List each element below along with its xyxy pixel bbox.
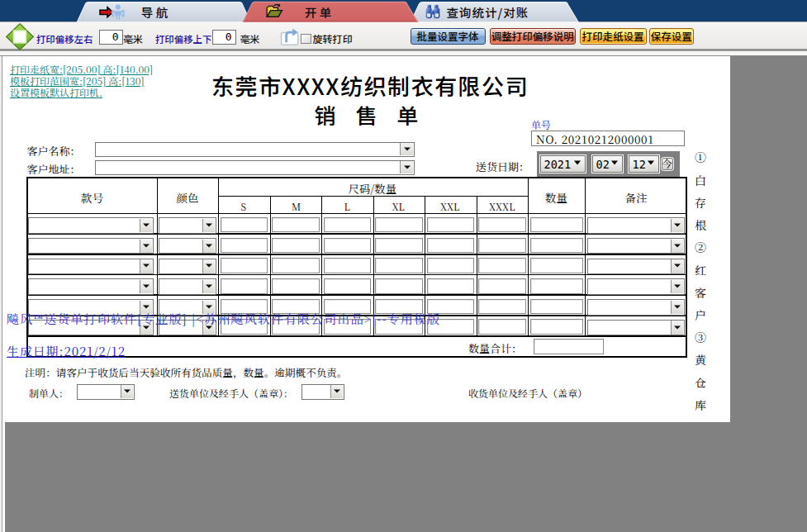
offset-ud-label: 打印偏移上下 [155,32,211,45]
row-size-s-input[interactable] [221,258,268,273]
row-size-xl-input[interactable] [375,258,423,273]
row-qty-input[interactable] [530,238,583,254]
maker-label: 制单人： [29,386,69,400]
row-size-l-input[interactable] [324,258,372,273]
dropdown-arrow-icon[interactable] [140,240,152,253]
dropdown-arrow-icon[interactable] [330,385,343,398]
sender-combo[interactable] [301,384,344,400]
dropdown-arrow-icon[interactable] [202,259,215,273]
dropdown-arrow-icon[interactable] [202,280,215,293]
row-size-l-input[interactable] [324,217,372,233]
row-qty-input[interactable] [530,217,583,233]
dropdown-arrow-icon[interactable] [671,240,683,253]
row-style-combo[interactable] [28,259,154,275]
customer-name-combo[interactable] [95,142,415,157]
row-size-xxl-input[interactable] [427,238,475,254]
save-settings-button[interactable]: 保存设置 [649,28,694,45]
row-size-m-input[interactable] [272,238,320,254]
dropdown-arrow-icon[interactable] [400,143,414,155]
customer-name-label: 客户名称： [27,143,81,159]
row-size-xl-input[interactable] [375,278,423,294]
offset-lr-input[interactable] [99,30,123,45]
paper-feed-button[interactable]: 打印走纸设置 [580,28,647,45]
row-color-combo[interactable] [159,259,216,275]
generated-date-link[interactable]: 生成日期:2021/2/12 [7,342,126,359]
dropdown-arrow-icon[interactable] [140,219,152,232]
row-color-combo[interactable] [159,238,216,254]
row-style-combo[interactable] [28,278,154,295]
dropdown-arrow-icon[interactable] [671,259,683,273]
row-size-m-input[interactable] [272,278,320,294]
row-qty-input[interactable] [530,258,583,273]
maker-combo[interactable] [77,384,135,400]
offset-lr-label: 打印偏移左右 [36,32,93,45]
batch-font-button[interactable]: 批量设置字体 [411,28,486,45]
row-color-combo[interactable] [159,217,216,234]
row-size-l-input[interactable] [324,278,372,294]
dropdown-arrow-icon[interactable] [671,219,683,232]
dropdown-arrow-icon[interactable] [202,240,215,253]
date-panel: 2021 02 12 今 [537,151,680,177]
row-size-xxxl-input[interactable] [478,258,526,273]
row-note-combo[interactable] [587,278,686,295]
date-day-combo[interactable]: 12 [628,154,661,174]
dropdown-arrow-icon[interactable] [140,259,152,273]
dropdown-arrow-icon[interactable] [671,321,683,334]
tab-bar: 导 航 开 单 查询统计/对账 [0,0,807,22]
navigate-person-icon [98,3,126,20]
dropdown-arrow-icon[interactable] [140,280,152,293]
row-note-combo[interactable] [587,299,686,316]
row-size-xxl-input[interactable] [427,217,475,233]
rotate-page-icon [280,26,301,46]
row-qty-input[interactable] [530,278,583,294]
dropdown-arrow-icon[interactable] [671,301,683,314]
row-size-s-input[interactable] [221,238,268,254]
row-size-s-input[interactable] [221,217,268,233]
order-no-box[interactable]: NO. 20210212000001 [531,131,685,146]
rotate-print-checkbox[interactable] [301,34,311,45]
row-color-combo[interactable] [159,278,216,295]
row-size-s-input[interactable] [221,278,268,294]
col-note-header: 备注 [625,189,648,206]
date-month-combo[interactable]: 02 [591,154,624,174]
row-size-xl-input[interactable] [375,217,423,233]
binoculars-icon [425,4,441,19]
row-size-m-input[interactable] [272,258,320,273]
row-style-combo[interactable] [28,217,154,234]
adjust-offset-help-button[interactable]: 调整打印偏移说明 [490,28,577,45]
row-size-xxxl-input[interactable] [478,299,526,315]
offset-ud-input[interactable] [212,30,236,45]
date-year-value: 2021 [544,158,572,171]
row-note-combo[interactable] [587,217,686,234]
row-size-m-input[interactable] [272,217,320,233]
dropdown-arrow-icon[interactable] [671,280,683,293]
row-size-xxl-input[interactable] [427,278,475,294]
row-qty-input[interactable] [530,299,583,315]
date-year-combo[interactable]: 2021 [539,154,586,174]
row-size-xxxl-input[interactable] [478,238,526,254]
sender-label: 送货单位及经手人（盖章）： [169,386,293,400]
tab-query-label[interactable]: 查询统计/对账 [447,6,529,19]
row-size-xxxl-input[interactable] [478,319,526,335]
delivery-date-label: 送货日期： [476,159,529,174]
row-size-xxxl-input[interactable] [478,278,526,294]
dropdown-arrow-icon[interactable] [400,161,414,173]
total-input[interactable] [534,339,605,354]
date-today-button[interactable]: 今 [661,157,674,171]
row-size-xl-input[interactable] [375,238,423,254]
row-size-l-input[interactable] [324,238,372,254]
customer-addr-combo[interactable] [95,160,415,175]
row-note-combo[interactable] [587,238,686,254]
tab-billing-label[interactable]: 开 单 [305,6,331,19]
row-note-combo[interactable] [587,320,686,336]
row-note-combo[interactable] [587,259,686,275]
row-size-xxl-input[interactable] [427,258,475,273]
dropdown-arrow-icon[interactable] [121,385,133,398]
row-qty-input[interactable] [530,319,583,335]
copies-vertical-note: ①白存根②红客户③黄仓库 [694,152,706,433]
row-size-xxxl-input[interactable] [478,217,526,233]
dropdown-arrow-icon[interactable] [202,219,215,232]
row-style-combo[interactable] [28,238,154,254]
tab-nav-label[interactable]: 导 航 [141,6,168,19]
order-no-label: 单号 [531,117,551,131]
